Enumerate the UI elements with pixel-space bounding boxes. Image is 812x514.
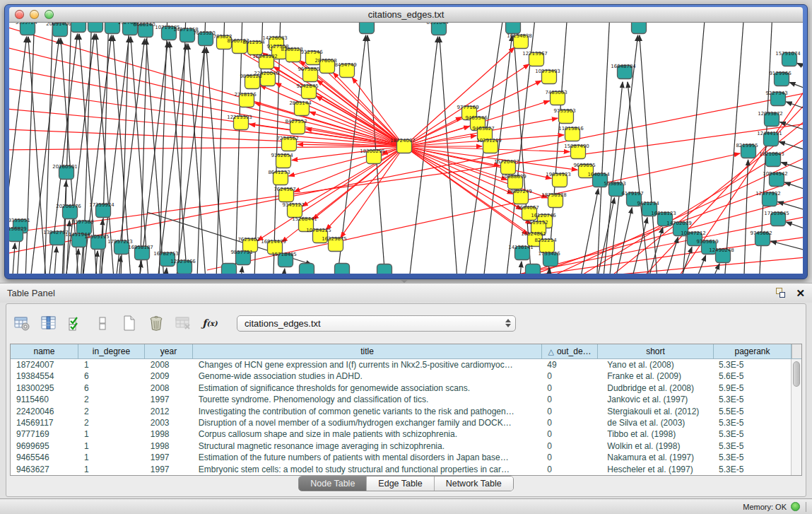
graph-node[interactable]: 20691406: [46, 23, 71, 37]
graph-node[interactable]: 8215955: [736, 143, 758, 158]
graph-node[interactable]: 2687682: [500, 23, 522, 34]
graph-node[interactable]: 8641233: [268, 170, 290, 185]
cell-out_degree[interactable]: 0: [541, 382, 597, 394]
graph-node[interactable]: 16958187: [128, 245, 153, 260]
cell-in_degree[interactable]: 2: [78, 406, 145, 417]
cell-short[interactable]: Jankovic et al. (1997): [597, 394, 713, 405]
cell-title[interactable]: Genome-wide association studies in ADHD.: [193, 370, 542, 382]
graph-node[interactable]: 9227343: [765, 90, 787, 106]
cell-year[interactable]: 1997: [145, 452, 193, 463]
graph-node[interactable]: 17359924: [89, 202, 114, 218]
cell-in_degree[interactable]: 6: [78, 382, 145, 394]
graph-node[interactable]: 10391209: [476, 138, 502, 153]
cell-year[interactable]: 2003: [145, 417, 193, 428]
graph-node[interactable]: 19654923: [546, 172, 571, 187]
table-row[interactable]: 911546021997Tourette syndrome. Phenomeno…: [11, 394, 791, 405]
table-row[interactable]: 1938455462009Genome-wide association stu…: [11, 370, 791, 382]
graph-node[interactable]: 9896128: [240, 74, 261, 89]
cell-in_degree[interactable]: 1: [78, 428, 145, 440]
column-header-year[interactable]: year: [145, 344, 193, 358]
cell-year[interactable]: 2008: [145, 382, 193, 394]
graph-node[interactable]: 9745662: [750, 230, 772, 246]
cell-pagerank[interactable]: 5.5E-5: [713, 406, 791, 417]
close-panel-icon[interactable]: ✕: [796, 288, 805, 298]
cell-pagerank[interactable]: 5.3E-5: [713, 428, 791, 440]
function-builder-icon[interactable]: ƒ(x): [201, 315, 218, 332]
cell-in_degree[interactable]: 1: [78, 452, 145, 463]
table-row[interactable]: 969969511998Structural magnetic resonanc…: [11, 440, 791, 452]
close-window-button[interactable]: [15, 10, 24, 19]
graph-node[interactable]: 18300295: [360, 148, 385, 164]
scrollbar-thumb[interactable]: [793, 361, 800, 387]
cell-short[interactable]: Hescheler et al. (1997): [597, 464, 713, 475]
graph-node[interactable]: 12093872: [758, 111, 783, 127]
delete-column-icon[interactable]: [148, 315, 165, 332]
cell-short[interactable]: Wolkin et al. (1998): [597, 440, 713, 452]
cell-title[interactable]: Tourette syndrome. Phenomenology and cla…: [193, 394, 542, 405]
cell-pagerank[interactable]: 5.9E-5: [713, 382, 791, 394]
cell-name[interactable]: 14569117: [11, 417, 78, 428]
graph-node[interactable]: 12444151: [757, 131, 782, 146]
cell-out_degree[interactable]: 0: [541, 394, 597, 405]
table-row[interactable]: 1830029562008Estimation of significance …: [11, 382, 791, 394]
deselect-rows-icon[interactable]: [94, 315, 111, 332]
graph-node[interactable]: 12490248: [709, 247, 734, 263]
graph-node[interactable]: 9735903: [553, 108, 575, 124]
cell-in_degree[interactable]: 1: [78, 464, 145, 475]
graph-node[interactable]: 7615520: [193, 30, 215, 46]
cell-year[interactable]: 1997: [145, 464, 193, 475]
graph-node[interactable]: 13505115: [84, 234, 110, 250]
cell-year[interactable]: 1998: [145, 428, 193, 440]
network-graph-canvas[interactable]: 1872400793557242069140618660950122421791…: [9, 23, 803, 274]
graph-node[interactable]: 9675885: [298, 66, 319, 82]
cell-pagerank[interactable]: 5.3E-5: [713, 452, 791, 463]
graph-node[interactable]: 7485063: [545, 90, 567, 105]
cell-title[interactable]: Estimation of significance thresholds fo…: [193, 382, 542, 394]
cell-name[interactable]: 9115460: [11, 394, 78, 405]
cell-year[interactable]: 1997: [145, 394, 193, 405]
graph-node[interactable]: 14136141: [508, 245, 534, 260]
cell-name[interactable]: 9699695: [11, 440, 78, 452]
cell-year[interactable]: 2008: [145, 359, 193, 370]
graph-node[interactable]: 20206576: [56, 204, 81, 219]
graph-node[interactable]: 12213393: [227, 115, 252, 130]
float-panel-icon[interactable]: [775, 288, 786, 298]
graph-node[interactable]: 2814604: [626, 23, 649, 34]
cell-name[interactable]: 22420046: [11, 406, 78, 417]
graph-node[interactable]: 12477932: [755, 191, 781, 206]
cell-short[interactable]: Tibbo et al. (1998): [597, 428, 713, 440]
graph-node[interactable]: 12923466: [170, 259, 196, 274]
table-row[interactable]: 2242004622012Investigating the contribut…: [11, 406, 791, 417]
column-header-in_degree[interactable]: in_degree: [78, 344, 145, 358]
graph-node[interactable]: 12213967: [522, 51, 548, 66]
cell-out_degree[interactable]: 0: [541, 452, 597, 463]
graph-node[interactable]: 7234562: [276, 136, 298, 151]
graph-node[interactable]: 5572354: [354, 23, 377, 34]
cell-year[interactable]: 2009: [145, 370, 193, 382]
cell-short[interactable]: Franke et al. (2009): [597, 370, 713, 382]
column-header-name[interactable]: name: [11, 344, 78, 358]
show-column-icon[interactable]: [40, 315, 57, 332]
cell-pagerank[interactable]: 5.6E-5: [713, 370, 791, 382]
cell-name[interactable]: 18724007: [11, 359, 78, 370]
cell-short[interactable]: Yano et al. (2008): [597, 359, 713, 370]
cell-name[interactable]: 9465546: [11, 452, 78, 463]
graph-node[interactable]: 16648784: [611, 64, 636, 79]
cell-pagerank[interactable]: 5.3E-5: [713, 417, 791, 428]
graph-node[interactable]: 9857791: [230, 250, 252, 265]
cell-title[interactable]: Corpus callosum shape and size in male p…: [193, 428, 542, 440]
minimize-window-button[interactable]: [30, 10, 39, 19]
tab-node-table[interactable]: Node Table: [299, 477, 367, 491]
cell-out_degree[interactable]: 0: [541, 406, 597, 417]
cell-name[interactable]: 18300295: [11, 382, 78, 394]
graph-node[interactable]: [526, 264, 541, 274]
column-header-pagerank[interactable]: pagerank: [714, 344, 792, 358]
table-row[interactable]: 1872400712008Changes of HCN gene express…: [11, 359, 791, 370]
cell-pagerank[interactable]: 5.3E-5: [713, 359, 791, 370]
graph-node[interactable]: 10944542: [763, 171, 788, 187]
cell-name[interactable]: 9777169: [11, 428, 78, 440]
cell-pagerank[interactable]: 5.3E-5: [713, 464, 791, 475]
table-row[interactable]: 977716911998Corpus callosum shape and si…: [11, 428, 791, 440]
cell-name[interactable]: 9463627: [11, 464, 78, 475]
graph-node[interactable]: [377, 264, 392, 274]
